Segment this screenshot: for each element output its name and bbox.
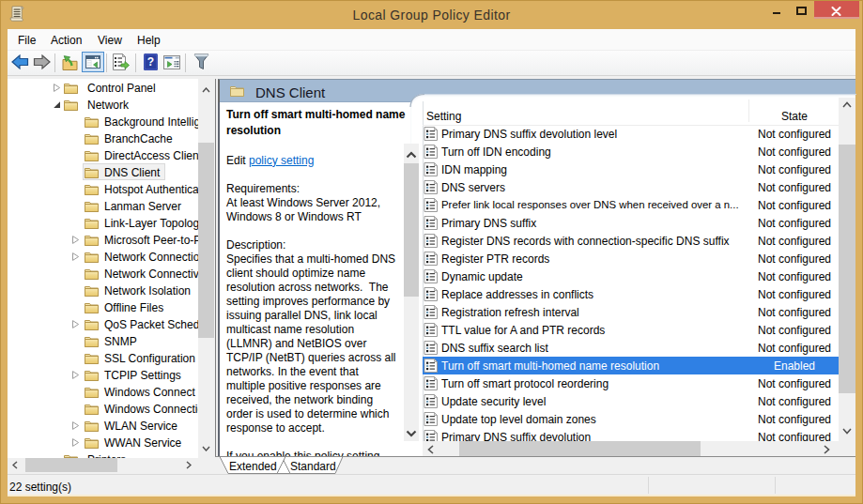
svg-text:?: ?	[147, 55, 154, 69]
